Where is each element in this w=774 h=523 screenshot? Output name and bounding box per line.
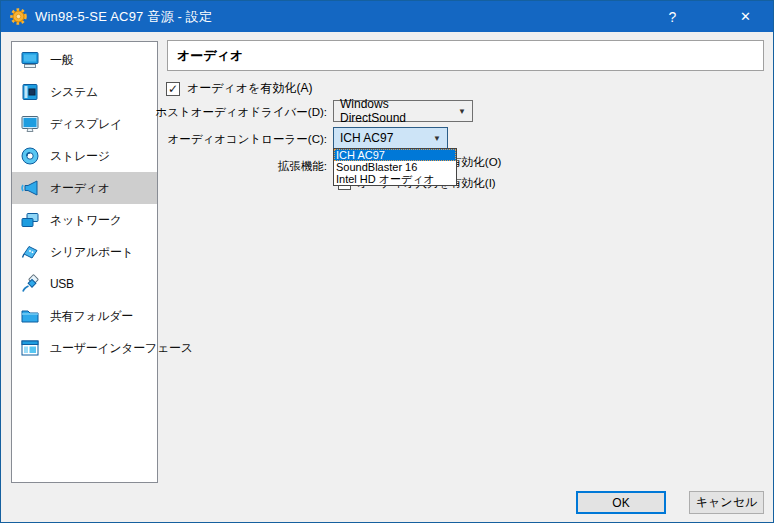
host-driver-label: ホストオーディオドライバー(D): — [155, 105, 327, 120]
sidebar-item-display[interactable]: ディスプレイ — [12, 108, 157, 140]
shared-folders-icon — [19, 305, 41, 327]
help-button[interactable]: ? — [650, 1, 695, 32]
cancel-button[interactable]: キャンセル — [689, 491, 764, 514]
system-icon — [19, 81, 41, 103]
sidebar-item-label: ディスプレイ — [50, 116, 122, 133]
sidebar-item-label: システム — [50, 84, 98, 101]
settings-category-list: 一般 システム ディスプレイ ストレージ — [11, 41, 158, 483]
dropdown-option-intel-hd-audio[interactable]: Intel HD オーディオ — [334, 173, 456, 185]
enable-audio-label: オーディオを有効化(A) — [187, 80, 312, 97]
controller-label: オーディオコントローラー(C): — [167, 132, 327, 147]
extended-features-label: 拡張機能: — [278, 159, 327, 174]
display-icon — [19, 113, 41, 135]
sidebar-item-shared-folders[interactable]: 共有フォルダー — [12, 300, 157, 332]
ok-button[interactable]: OK — [576, 491, 666, 514]
usb-icon — [19, 273, 41, 295]
sidebar-item-label: オーディオ — [50, 180, 110, 197]
chevron-down-icon: ▼ — [450, 107, 466, 116]
sidebar-item-label: シリアルポート — [50, 244, 134, 261]
sidebar-item-serial-ports[interactable]: シリアルポート — [12, 236, 157, 268]
sidebar-item-general[interactable]: 一般 — [12, 44, 157, 76]
enable-audio-checkbox[interactable]: ✓ — [166, 82, 180, 96]
storage-icon — [19, 145, 41, 167]
sidebar-item-network[interactable]: ネットワーク — [12, 204, 157, 236]
sidebar-item-label: ユーザーインターフェース — [50, 340, 193, 357]
audio-icon — [19, 177, 41, 199]
check-icon: ✓ — [168, 83, 178, 95]
network-icon — [19, 209, 41, 231]
close-button[interactable]: ✕ — [723, 1, 768, 32]
sidebar-item-label: ネットワーク — [50, 212, 122, 229]
sidebar-item-label: ストレージ — [50, 148, 110, 165]
sidebar-item-usb[interactable]: USB — [12, 268, 157, 300]
dropdown-option-ich-ac97[interactable]: ICH AC97 — [334, 149, 456, 161]
sidebar-item-audio[interactable]: オーディオ — [12, 172, 157, 204]
host-driver-select[interactable]: Windows DirectSound ▼ — [333, 100, 473, 122]
page-header: オーディオ — [167, 40, 764, 71]
controller-select[interactable]: ICH AC97 ▼ — [333, 127, 448, 149]
serial-port-icon — [19, 241, 41, 263]
titlebar: Win98-5-SE AC97 音源 - 設定 ? ✕ — [1, 1, 773, 32]
controller-dropdown-list: ICH AC97 SoundBlaster 16 Intel HD オーディオ — [333, 148, 457, 186]
sidebar-item-label: 一般 — [50, 52, 73, 69]
host-driver-value: Windows DirectSound — [340, 97, 450, 125]
general-icon — [19, 49, 41, 71]
sidebar-item-system[interactable]: システム — [12, 76, 157, 108]
settings-gear-icon — [10, 8, 27, 25]
sidebar-item-user-interface[interactable]: ユーザーインターフェース — [12, 332, 157, 364]
enable-audio-row: ✓ オーディオを有効化(A) — [166, 80, 312, 97]
window-title: Win98-5-SE AC97 音源 - 設定 — [35, 8, 212, 26]
sidebar-item-storage[interactable]: ストレージ — [12, 140, 157, 172]
settings-dialog: Win98-5-SE AC97 音源 - 設定 ? ✕ 一般 システム — [0, 0, 774, 523]
controller-value: ICH AC97 — [340, 131, 393, 145]
user-interface-icon — [19, 337, 41, 359]
dropdown-option-soundblaster-16[interactable]: SoundBlaster 16 — [334, 161, 456, 173]
page-title: オーディオ — [177, 47, 243, 65]
sidebar-item-label: USB — [50, 277, 74, 291]
sidebar-item-label: 共有フォルダー — [50, 308, 133, 325]
chevron-down-icon: ▼ — [425, 134, 441, 143]
